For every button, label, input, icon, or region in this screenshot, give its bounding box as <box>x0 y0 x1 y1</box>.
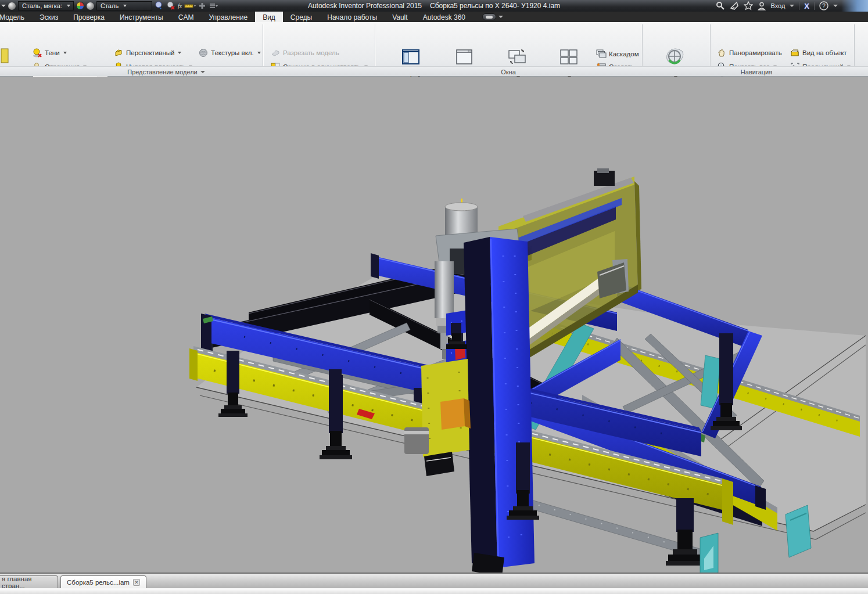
divider <box>799 2 799 10</box>
spindle-cylinder <box>435 261 454 318</box>
exchange-apps-icon[interactable]: X <box>804 2 809 10</box>
cascade-icon <box>596 49 607 58</box>
chevron-down-icon <box>67 5 70 7</box>
panel-windows-label[interactable]: Окна <box>375 67 642 76</box>
steering-wheel-icon <box>665 48 686 66</box>
ribbon-tab-row: Модель Эскиз Проверка Инструменты CAM Уп… <box>0 12 868 22</box>
shadows-label: Тени <box>45 49 60 56</box>
communication-center-icon[interactable] <box>730 1 739 10</box>
tab-get-started[interactable]: Начало работы <box>320 12 385 22</box>
shadows-icon <box>33 48 42 57</box>
help-icon[interactable]: ? <box>819 1 828 10</box>
orange-bracket <box>440 398 465 430</box>
textures-icon <box>199 48 209 57</box>
panel-label-text: Представление модели <box>127 69 198 75</box>
tab-environments[interactable]: Среды <box>283 12 320 22</box>
user-icon <box>758 2 766 10</box>
tab-tools[interactable]: Инструменты <box>112 12 171 22</box>
look-at-button[interactable]: Вид на объект <box>788 46 849 59</box>
tab-inspect[interactable]: Проверка <box>66 12 112 22</box>
chevron-down-icon[interactable] <box>790 5 794 7</box>
chevron-down-icon <box>178 52 181 54</box>
shadows-button[interactable]: Тени <box>30 46 69 59</box>
material-dropdown[interactable]: Сталь, мягка: <box>18 1 74 10</box>
perspective-label: Перспективный <box>126 49 174 56</box>
screencast-button[interactable] <box>479 12 507 22</box>
tab-sketch[interactable]: Эскиз <box>32 12 66 22</box>
appearance-dropdown[interactable]: Сталь <box>96 1 152 10</box>
panel-label-text: Навигация <box>741 69 772 75</box>
panel-label-text: Окна <box>501 69 516 75</box>
clear-appearance-icon[interactable] <box>166 1 175 10</box>
clean-screen-icon <box>455 48 474 66</box>
search-icon[interactable] <box>716 1 725 10</box>
look-at-icon <box>790 48 800 57</box>
chevron-down-icon <box>498 16 503 18</box>
close-tab-icon[interactable]: ✕ <box>133 579 140 586</box>
tab-model[interactable]: Модель <box>0 12 32 22</box>
app-title: Autodesk Inventor Professional 2015 <box>308 2 422 10</box>
panel-label-strip: Представление модели Окна Навигация <box>0 66 868 76</box>
titlebar-glass-edge <box>841 0 868 12</box>
color-wheel-icon[interactable] <box>76 2 84 10</box>
quick-access-toolbar: Сталь, мягка: Сталь fx <box>0 1 218 10</box>
tile-all-icon <box>559 48 579 66</box>
parameters-fx-icon[interactable]: fx <box>178 3 182 9</box>
chevron-down-icon <box>123 5 127 7</box>
slice-label: Разрезать модель <box>283 49 339 56</box>
cascade-label: Каскадом <box>609 51 639 57</box>
textures-button[interactable]: Текстуры вкл. <box>196 46 263 59</box>
divider <box>814 2 815 10</box>
bottom-strip <box>0 588 868 594</box>
beam-clamp-top <box>597 168 609 173</box>
look-at-label: Вид на объект <box>802 49 847 56</box>
slice-model-button[interactable]: Разрезать модель <box>268 46 342 59</box>
user-interface-icon <box>401 48 421 66</box>
switch-windows-icon <box>507 48 529 66</box>
perspective-button[interactable]: Перспективный <box>112 46 184 59</box>
chevron-down-icon <box>63 52 67 54</box>
tab-vault[interactable]: Vault <box>385 12 415 22</box>
list-filter-icon[interactable] <box>209 2 218 9</box>
panel-navigation-label[interactable]: Навигация <box>710 67 803 76</box>
appearance-sphere-icon[interactable] <box>87 2 94 10</box>
material-sphere-icon[interactable] <box>8 2 16 10</box>
ribbon: ражения Тени Отражения Два источника Пер <box>0 22 868 77</box>
clipped-panel-icon[interactable] <box>0 48 9 65</box>
doc-tab-assembly-label: Сборка5 рельс...iam <box>67 579 130 586</box>
tab-view[interactable]: Вид <box>255 12 283 22</box>
doc-tab-home[interactable]: я главная стран... <box>0 575 58 588</box>
qat-overflow-caret-icon[interactable] <box>1 5 6 7</box>
svg-text:?: ? <box>822 3 826 9</box>
chevron-down-icon <box>257 52 261 54</box>
assembly-3d-view[interactable] <box>0 77 868 573</box>
sign-in-label[interactable]: Вход <box>770 2 785 9</box>
favorites-star-icon[interactable] <box>744 1 753 10</box>
slice-icon <box>271 48 281 57</box>
pan-label: Панорамировать <box>729 49 782 56</box>
title-bar: Сталь, мягка: Сталь fx <box>0 0 868 12</box>
cloud-icon <box>482 13 496 20</box>
doc-tab-home-label: я главная стран... <box>2 575 52 589</box>
appearance-dropdown-value: Сталь <box>101 2 119 9</box>
adjust-appearance-icon[interactable] <box>155 1 164 10</box>
perspective-icon <box>114 48 124 57</box>
plus-icon[interactable] <box>198 2 206 10</box>
tab-manage[interactable]: Управление <box>201 12 255 22</box>
document-title: Сборка5 рельсы по X 2640- У1920 4.iam <box>430 2 560 10</box>
textures-label: Текстуры вкл. <box>211 49 254 56</box>
pan-button[interactable]: Панорамировать <box>715 46 784 59</box>
measure-icon[interactable] <box>184 2 196 10</box>
document-tab-bar: я главная стран... Сборка5 рельс...iam ✕ <box>0 573 868 588</box>
tab-cam[interactable]: CAM <box>171 12 202 22</box>
cascade-button[interactable]: Каскадом <box>594 48 641 60</box>
model-viewport[interactable] <box>0 77 868 573</box>
inventor-window: Сталь, мягка: Сталь fx <box>0 0 868 594</box>
chevron-down-icon[interactable] <box>833 5 838 7</box>
doc-tab-assembly[interactable]: Сборка5 рельс...iam ✕ <box>60 575 146 588</box>
chevron-down-icon <box>200 71 205 73</box>
tab-autodesk-360[interactable]: Autodesk 360 <box>415 12 473 22</box>
pan-hand-icon <box>717 48 727 57</box>
material-dropdown-value: Сталь, мягка: <box>22 2 62 9</box>
panel-model-display-label[interactable]: Представление модели <box>35 67 297 76</box>
